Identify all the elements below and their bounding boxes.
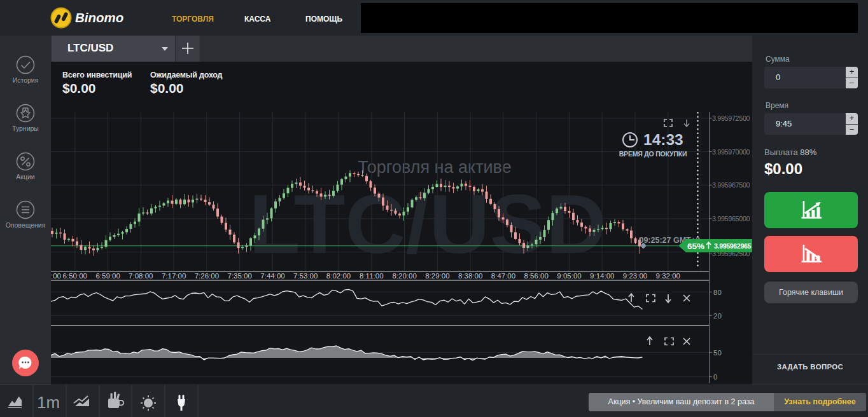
svg-text:8:02:00: 8:02:00 (326, 272, 351, 280)
svg-text:3.995972500: 3.995972500 (712, 114, 750, 122)
svg-text:Торговля на активе: Торговля на активе (358, 158, 511, 177)
svg-text:1m: 1m (37, 393, 60, 412)
svg-text:ВРЕМЯ ДО ПОКУПКИ: ВРЕМЯ ДО ПОКУПКИ (619, 150, 687, 158)
svg-text:9:32:00: 9:32:00 (656, 272, 680, 280)
svg-text:3.995962965: 3.995962965 (714, 242, 751, 250)
svg-text:3.995967500: 3.995967500 (712, 181, 750, 189)
svg-text:14:33: 14:33 (643, 131, 683, 148)
svg-text:8:47:00: 8:47:00 (491, 272, 515, 280)
svg-text:50: 50 (713, 349, 722, 357)
svg-text:8:11:00: 8:11:00 (360, 272, 384, 280)
svg-text:9:14:00: 9:14:00 (590, 272, 614, 280)
svg-text:6:59:00: 6:59:00 (95, 272, 120, 280)
svg-text:Турниры: Турниры (12, 125, 39, 132)
svg-text:7:17:00: 7:17:00 (162, 272, 186, 280)
svg-text:65%: 65% (687, 242, 704, 251)
svg-text:История: История (13, 76, 39, 84)
svg-text:3.995965000: 3.995965000 (712, 215, 750, 222)
svg-text:8:38:00: 8:38:00 (458, 272, 482, 280)
svg-text:0: 0 (713, 373, 717, 381)
svg-text:7:26:00: 7:26:00 (195, 272, 219, 280)
svg-text:7:35:00: 7:35:00 (228, 272, 252, 280)
svg-text:8:20:00: 8:20:00 (392, 272, 416, 280)
svg-text:Акции: Акции (16, 173, 34, 181)
svg-text:80: 80 (713, 289, 722, 296)
svg-text::00: :00 (51, 272, 61, 280)
svg-text:6:50:00: 6:50:00 (63, 272, 87, 280)
svg-text:20: 20 (713, 312, 722, 320)
svg-text:3.995970000: 3.995970000 (712, 148, 750, 156)
svg-text:Оповещения: Оповещения (6, 221, 46, 229)
svg-text:7:44:00: 7:44:00 (260, 272, 284, 280)
svg-text:8:56:00: 8:56:00 (524, 272, 549, 280)
svg-text:7:08:00: 7:08:00 (129, 272, 153, 280)
svg-text:9:05:00: 9:05:00 (557, 272, 581, 280)
svg-text:7:53:00: 7:53:00 (293, 272, 318, 280)
svg-text:8:29:00: 8:29:00 (425, 272, 449, 280)
svg-text:9:23:00: 9:23:00 (623, 272, 647, 280)
